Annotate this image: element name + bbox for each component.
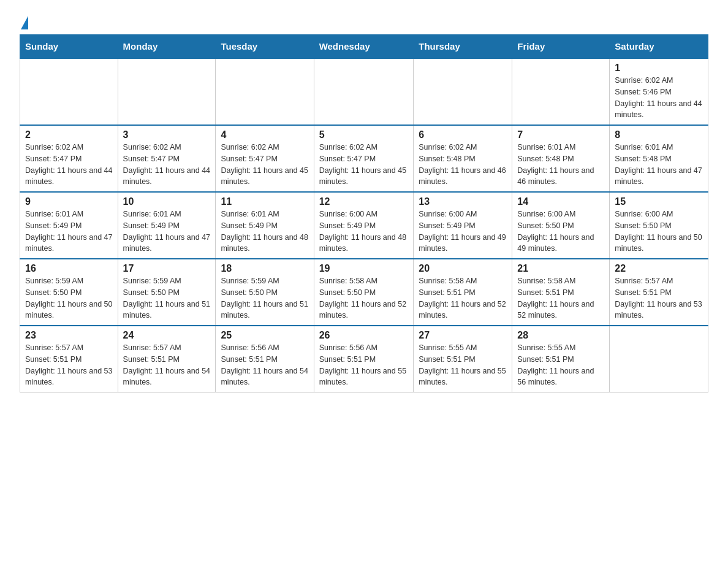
calendar-cell (20, 58, 118, 125)
day-number: 12 (319, 196, 409, 207)
day-number: 2 (25, 129, 113, 140)
day-number: 16 (25, 263, 113, 274)
day-number: 22 (615, 263, 703, 274)
day-header-row: SundayMondayTuesdayWednesdayThursdayFrid… (20, 35, 708, 59)
calendar: SundayMondayTuesdayWednesdayThursdayFrid… (20, 34, 708, 393)
day-of-week-header: Friday (512, 35, 610, 59)
day-info: Sunrise: 5:56 AM Sunset: 5:51 PM Dayligh… (221, 342, 308, 388)
day-number: 8 (615, 129, 703, 140)
day-of-week-header: Monday (118, 35, 216, 59)
calendar-cell (414, 58, 512, 125)
page: SundayMondayTuesdayWednesdayThursdayFrid… (0, 0, 728, 412)
calendar-cell: 13Sunrise: 6:00 AM Sunset: 5:49 PM Dayli… (414, 192, 512, 259)
day-number: 25 (221, 330, 308, 341)
calendar-week-row: 16Sunrise: 5:59 AM Sunset: 5:50 PM Dayli… (20, 259, 708, 326)
day-info: Sunrise: 6:01 AM Sunset: 5:49 PM Dayligh… (123, 209, 211, 255)
day-info: Sunrise: 5:55 AM Sunset: 5:51 PM Dayligh… (517, 342, 604, 388)
calendar-cell: 5Sunrise: 6:02 AM Sunset: 5:47 PM Daylig… (314, 125, 414, 192)
calendar-cell: 28Sunrise: 5:55 AM Sunset: 5:51 PM Dayli… (512, 326, 610, 393)
day-info: Sunrise: 5:56 AM Sunset: 5:51 PM Dayligh… (319, 342, 409, 388)
calendar-cell: 2Sunrise: 6:02 AM Sunset: 5:47 PM Daylig… (20, 125, 118, 192)
day-info: Sunrise: 6:02 AM Sunset: 5:47 PM Dayligh… (25, 142, 113, 188)
day-info: Sunrise: 5:58 AM Sunset: 5:51 PM Dayligh… (419, 275, 507, 321)
calendar-cell: 11Sunrise: 6:01 AM Sunset: 5:49 PM Dayli… (216, 192, 314, 259)
calendar-cell: 26Sunrise: 5:56 AM Sunset: 5:51 PM Dayli… (314, 326, 414, 393)
day-number: 24 (123, 330, 211, 341)
day-info: Sunrise: 6:01 AM Sunset: 5:48 PM Dayligh… (615, 142, 703, 188)
day-info: Sunrise: 6:02 AM Sunset: 5:47 PM Dayligh… (123, 142, 211, 188)
day-info: Sunrise: 6:00 AM Sunset: 5:50 PM Dayligh… (517, 209, 604, 255)
day-number: 5 (319, 129, 409, 140)
calendar-cell: 10Sunrise: 6:01 AM Sunset: 5:49 PM Dayli… (118, 192, 216, 259)
day-number: 23 (25, 330, 113, 341)
day-info: Sunrise: 5:57 AM Sunset: 5:51 PM Dayligh… (615, 275, 703, 321)
calendar-cell: 24Sunrise: 5:57 AM Sunset: 5:51 PM Dayli… (118, 326, 216, 393)
day-number: 17 (123, 263, 211, 274)
day-info: Sunrise: 6:02 AM Sunset: 5:46 PM Dayligh… (615, 75, 703, 121)
day-number: 10 (123, 196, 211, 207)
day-info: Sunrise: 5:59 AM Sunset: 5:50 PM Dayligh… (25, 275, 113, 321)
day-number: 20 (419, 263, 507, 274)
day-info: Sunrise: 5:59 AM Sunset: 5:50 PM Dayligh… (221, 275, 308, 321)
calendar-cell (512, 58, 610, 125)
calendar-cell: 19Sunrise: 5:58 AM Sunset: 5:50 PM Dayli… (314, 259, 414, 326)
day-number: 6 (419, 129, 507, 140)
day-number: 18 (221, 263, 308, 274)
logo-top (20, 15, 28, 29)
day-number: 4 (221, 129, 308, 140)
calendar-cell: 4Sunrise: 6:02 AM Sunset: 5:47 PM Daylig… (216, 125, 314, 192)
calendar-cell: 7Sunrise: 6:01 AM Sunset: 5:48 PM Daylig… (512, 125, 610, 192)
header (20, 15, 708, 27)
day-info: Sunrise: 5:58 AM Sunset: 5:50 PM Dayligh… (319, 275, 409, 321)
calendar-cell: 21Sunrise: 5:58 AM Sunset: 5:51 PM Dayli… (512, 259, 610, 326)
day-number: 27 (419, 330, 507, 341)
day-of-week-header: Tuesday (216, 35, 314, 59)
day-number: 11 (221, 196, 308, 207)
calendar-cell: 22Sunrise: 5:57 AM Sunset: 5:51 PM Dayli… (610, 259, 708, 326)
calendar-cell: 15Sunrise: 6:00 AM Sunset: 5:50 PM Dayli… (610, 192, 708, 259)
calendar-cell: 12Sunrise: 6:00 AM Sunset: 5:49 PM Dayli… (314, 192, 414, 259)
calendar-week-row: 1Sunrise: 6:02 AM Sunset: 5:46 PM Daylig… (20, 58, 708, 125)
day-number: 13 (419, 196, 507, 207)
day-info: Sunrise: 6:00 AM Sunset: 5:49 PM Dayligh… (319, 209, 409, 255)
day-number: 26 (319, 330, 409, 341)
day-number: 28 (517, 330, 604, 341)
day-info: Sunrise: 6:02 AM Sunset: 5:47 PM Dayligh… (319, 142, 409, 188)
day-info: Sunrise: 5:58 AM Sunset: 5:51 PM Dayligh… (517, 275, 604, 321)
day-of-week-header: Wednesday (314, 35, 414, 59)
day-of-week-header: Sunday (20, 35, 118, 59)
day-info: Sunrise: 6:00 AM Sunset: 5:49 PM Dayligh… (419, 209, 507, 255)
day-of-week-header: Saturday (610, 35, 708, 59)
day-info: Sunrise: 5:55 AM Sunset: 5:51 PM Dayligh… (419, 342, 507, 388)
calendar-week-row: 23Sunrise: 5:57 AM Sunset: 5:51 PM Dayli… (20, 326, 708, 393)
day-number: 15 (615, 196, 703, 207)
calendar-cell: 1Sunrise: 6:02 AM Sunset: 5:46 PM Daylig… (610, 58, 708, 125)
day-info: Sunrise: 6:02 AM Sunset: 5:48 PM Dayligh… (419, 142, 507, 188)
calendar-week-row: 9Sunrise: 6:01 AM Sunset: 5:49 PM Daylig… (20, 192, 708, 259)
calendar-cell: 6Sunrise: 6:02 AM Sunset: 5:48 PM Daylig… (414, 125, 512, 192)
calendar-cell (314, 58, 414, 125)
logo (20, 15, 28, 27)
calendar-cell: 20Sunrise: 5:58 AM Sunset: 5:51 PM Dayli… (414, 259, 512, 326)
day-info: Sunrise: 6:01 AM Sunset: 5:49 PM Dayligh… (25, 209, 113, 255)
logo-triangle-icon (21, 16, 28, 29)
calendar-cell (610, 326, 708, 393)
day-info: Sunrise: 6:00 AM Sunset: 5:50 PM Dayligh… (615, 209, 703, 255)
calendar-cell: 3Sunrise: 6:02 AM Sunset: 5:47 PM Daylig… (118, 125, 216, 192)
calendar-cell: 27Sunrise: 5:55 AM Sunset: 5:51 PM Dayli… (414, 326, 512, 393)
calendar-cell: 14Sunrise: 6:00 AM Sunset: 5:50 PM Dayli… (512, 192, 610, 259)
calendar-cell (118, 58, 216, 125)
calendar-week-row: 2Sunrise: 6:02 AM Sunset: 5:47 PM Daylig… (20, 125, 708, 192)
calendar-cell (216, 58, 314, 125)
calendar-cell: 23Sunrise: 5:57 AM Sunset: 5:51 PM Dayli… (20, 326, 118, 393)
day-info: Sunrise: 6:02 AM Sunset: 5:47 PM Dayligh… (221, 142, 308, 188)
day-info: Sunrise: 5:57 AM Sunset: 5:51 PM Dayligh… (123, 342, 211, 388)
day-number: 1 (615, 63, 703, 74)
calendar-cell: 17Sunrise: 5:59 AM Sunset: 5:50 PM Dayli… (118, 259, 216, 326)
calendar-cell: 25Sunrise: 5:56 AM Sunset: 5:51 PM Dayli… (216, 326, 314, 393)
day-info: Sunrise: 6:01 AM Sunset: 5:49 PM Dayligh… (221, 209, 308, 255)
day-number: 9 (25, 196, 113, 207)
day-number: 3 (123, 129, 211, 140)
day-number: 21 (517, 263, 604, 274)
day-info: Sunrise: 5:57 AM Sunset: 5:51 PM Dayligh… (25, 342, 113, 388)
